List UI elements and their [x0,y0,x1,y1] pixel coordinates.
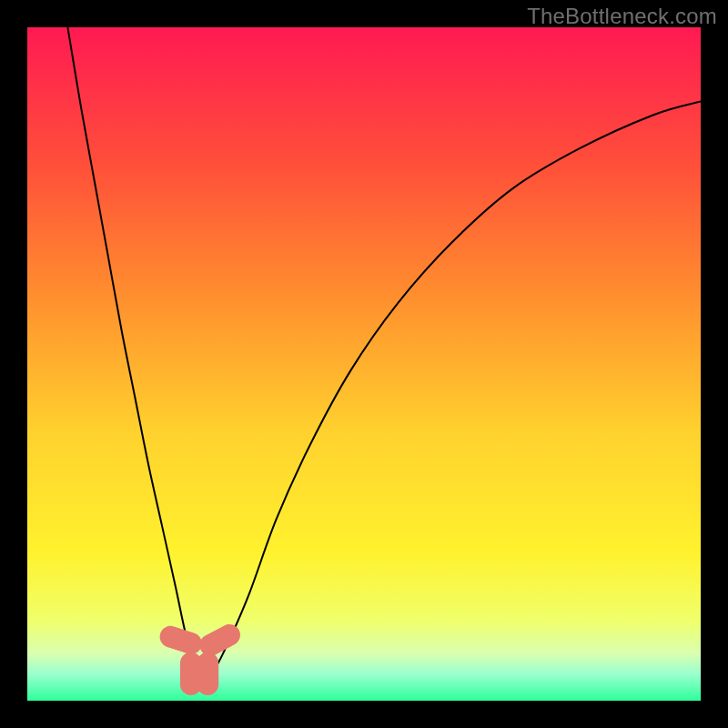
watermark-text: TheBottleneck.com [527,4,717,29]
plot-area [27,27,701,701]
chart-frame: TheBottleneck.com [0,0,728,728]
bottleneck-chart [27,27,701,701]
marker-bottom-right [197,652,218,695]
svg-rect-2 [197,652,218,695]
